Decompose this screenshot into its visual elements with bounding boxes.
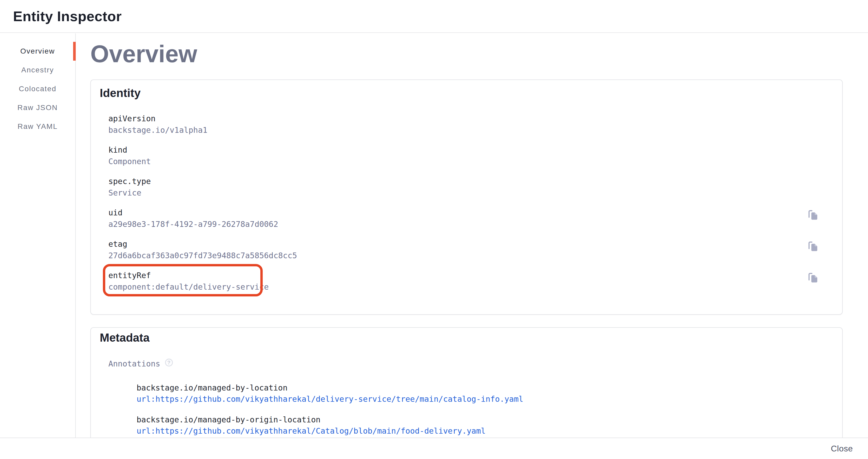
dialog-header: Entity Inspector — [0, 0, 868, 33]
field-value: a29e98e3-178f-4192-a799-26278a7d0062 — [108, 219, 819, 230]
identity-card: Identity apiVersion backstage.io/v1alpha… — [90, 80, 843, 315]
metadata-card: Metadata Annotations ? backstage.io/mana… — [90, 327, 843, 437]
entity-inspector-dialog: Entity Inspector Overview Ancestry Coloc… — [0, 0, 868, 459]
annotation-link[interactable]: url:https://github.com/vikyathharekal/de… — [136, 395, 523, 404]
copy-button[interactable] — [808, 241, 819, 252]
sidebar-item-label: Raw JSON — [18, 104, 58, 112]
field-value: Component — [108, 156, 819, 167]
annotation-entry: backstage.io/managed-by-origin-location … — [136, 414, 819, 436]
close-button[interactable]: Close — [826, 441, 858, 457]
annotations-section-header: Annotations ? — [108, 358, 819, 370]
identity-card-title: Identity — [100, 86, 819, 101]
identity-field-row: entityRef component:default/delivery-ser… — [108, 270, 819, 293]
identity-field-row: kind Component — [108, 144, 819, 167]
field-value: Service — [108, 187, 819, 199]
metadata-card-title: Metadata — [100, 331, 819, 345]
identity-fields: apiVersion backstage.io/v1alpha1 kind Co… — [108, 113, 819, 293]
field-value: 27d6a6bcaf363a0c97fd73e9488c7a5856dc8cc5 — [108, 250, 819, 261]
identity-field-row: uid a29e98e3-178f-4192-a799-26278a7d0062 — [108, 207, 819, 230]
annotation-list: backstage.io/managed-by-location url:htt… — [136, 382, 819, 436]
sidebar-item-ancestry[interactable]: Ancestry — [0, 61, 75, 80]
identity-field-row: etag 27d6a6bcaf363a0c97fd73e9488c7a5856d… — [108, 238, 819, 261]
sidebar-item-raw-yaml[interactable]: Raw YAML — [0, 117, 75, 136]
dialog-footer: Close — [0, 437, 868, 459]
dialog-title: Entity Inspector — [13, 8, 122, 24]
copy-button[interactable] — [808, 272, 819, 283]
identity-field-row: spec.type Service — [108, 176, 819, 199]
help-icon[interactable]: ? — [165, 358, 173, 367]
page-title: Overview — [90, 39, 843, 68]
active-tab-indicator — [73, 42, 76, 61]
dialog-body: Overview Ancestry Colocated Raw JSON Raw… — [0, 33, 868, 437]
copy-button[interactable] — [808, 210, 819, 221]
copy-icon — [808, 241, 819, 252]
sidebar-item-label: Overview — [20, 47, 55, 55]
field-label: entityRef — [108, 270, 819, 281]
sidebar-item-label: Colocated — [19, 85, 56, 93]
field-label: etag — [108, 238, 819, 250]
annotation-key: backstage.io/managed-by-origin-location — [136, 414, 819, 426]
sidebar-item-label: Ancestry — [22, 66, 54, 74]
sidebar-item-raw-json[interactable]: Raw JSON — [0, 98, 75, 117]
annotation-link[interactable]: url:https://github.com/vikyathharekal/Ca… — [136, 426, 486, 435]
tabs-sidebar: Overview Ancestry Colocated Raw JSON Raw… — [0, 33, 76, 437]
annotation-key: backstage.io/managed-by-location — [136, 382, 819, 394]
annotation-entry: backstage.io/managed-by-location url:htt… — [136, 382, 819, 405]
field-value: backstage.io/v1alpha1 — [108, 124, 819, 136]
field-label: uid — [108, 207, 819, 219]
field-label: kind — [108, 144, 819, 156]
copy-icon — [808, 272, 819, 283]
sidebar-item-overview[interactable]: Overview — [0, 42, 75, 61]
field-label: apiVersion — [108, 113, 819, 124]
copy-icon — [808, 210, 819, 221]
annotations-label: Annotations — [108, 358, 160, 370]
field-label: spec.type — [108, 176, 819, 187]
identity-field-row: apiVersion backstage.io/v1alpha1 — [108, 113, 819, 136]
sidebar-item-colocated[interactable]: Colocated — [0, 80, 75, 98]
field-value: component:default/delivery-service — [108, 281, 819, 293]
content-area: Overview Identity apiVersion backstage.i… — [76, 33, 868, 437]
sidebar-item-label: Raw YAML — [18, 122, 57, 131]
